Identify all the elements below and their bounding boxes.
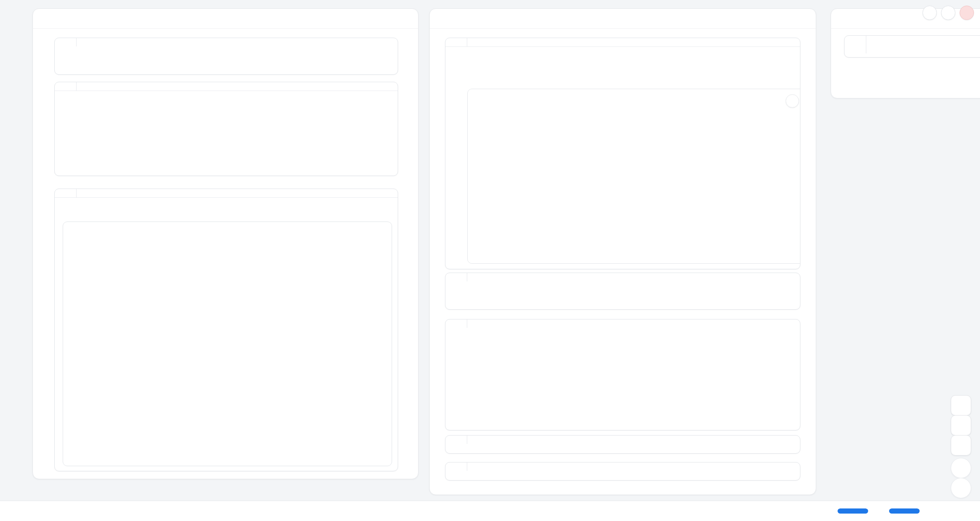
layout-icon (956, 421, 966, 430)
column-scroll-left-button[interactable] (441, 15, 448, 22)
run-button[interactable] (951, 478, 971, 498)
chart-menu-button[interactable] (786, 94, 799, 108)
cell-imports (54, 38, 398, 75)
play-icon (957, 484, 965, 492)
keyboard-shortcuts-button[interactable] (951, 435, 971, 456)
cell-output-divider (55, 197, 398, 198)
close-icon (964, 10, 970, 16)
code-editor[interactable] (55, 38, 398, 46)
error-circle-icon (8, 507, 17, 515)
save-icon (956, 401, 966, 410)
code-editor[interactable] (445, 436, 800, 444)
stop-button[interactable] (951, 458, 971, 478)
column-header-right (831, 9, 980, 29)
line-number (845, 40, 858, 49)
terminal-icon (27, 507, 36, 515)
gear-icon (945, 9, 952, 17)
notebook-column-middle (429, 8, 816, 495)
column-scroll-left-button[interactable] (44, 15, 51, 22)
command-icon (956, 441, 966, 450)
terminal-button[interactable] (27, 507, 36, 515)
cell-chart (445, 38, 800, 269)
notebook-column-left (32, 8, 419, 479)
column-scroll-right-button[interactable] (460, 15, 467, 22)
memory-usage-meter[interactable] (838, 508, 868, 514)
layout-button[interactable] (951, 415, 971, 436)
cell-vstack (54, 82, 398, 176)
menu-button[interactable] (922, 6, 937, 20)
cpu-icon (874, 507, 883, 515)
cell-dataset-dropdown (445, 273, 800, 310)
altair-chart-output[interactable] (467, 89, 800, 264)
status-bar (0, 501, 980, 521)
copilot-icon[interactable] (948, 507, 957, 515)
column-scroll-right-button[interactable] (862, 15, 869, 22)
cell-plot-type (445, 462, 800, 481)
cpu-usage-meter[interactable] (889, 508, 920, 514)
code-editor[interactable] (445, 38, 800, 46)
save-button[interactable] (951, 395, 971, 416)
code-editor[interactable] (445, 462, 800, 471)
code-editor[interactable] (55, 189, 398, 197)
menu-icon (926, 9, 933, 16)
code-editor[interactable] (845, 36, 980, 53)
column-header-middle (430, 9, 816, 29)
code-editor[interactable] (445, 319, 800, 328)
stop-icon (957, 464, 965, 472)
dropdown-controls-output (55, 91, 398, 104)
dataframe-table (63, 221, 392, 466)
ai-sparkles-icon[interactable] (933, 507, 942, 515)
cell-empty-scratch (844, 35, 980, 58)
notebook-column-right (831, 8, 980, 98)
column-header-left (33, 9, 418, 29)
cell-xy-plot-dropdowns (445, 319, 800, 430)
cell-output-divider (445, 46, 800, 47)
code-editor[interactable] (445, 273, 800, 281)
column-scroll-right-button[interactable] (64, 15, 71, 22)
activity-sidebar (0, 0, 22, 508)
memory-icon (823, 507, 832, 515)
column-scroll-left-button[interactable] (842, 15, 849, 22)
add-cell-button[interactable] (399, 15, 407, 23)
errors-indicator[interactable] (8, 507, 20, 515)
settings-button[interactable] (941, 6, 955, 20)
connection-status-icon[interactable] (963, 507, 972, 515)
cell-dataframe (54, 189, 398, 471)
ellipsis-icon (789, 98, 796, 104)
code-editor[interactable] (55, 82, 398, 91)
cell-selected-dataset (445, 435, 800, 454)
add-cell-button[interactable] (797, 15, 805, 23)
status-right (823, 507, 972, 515)
shutdown-button[interactable] (960, 6, 974, 20)
editor-placeholder (866, 40, 872, 49)
